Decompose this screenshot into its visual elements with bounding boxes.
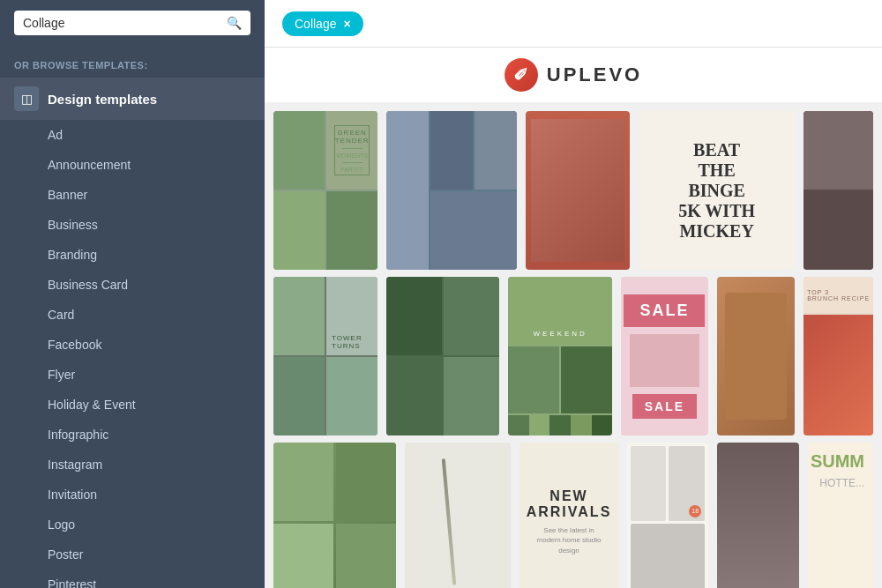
template-row-1: GREENTENDERMOMENTSPARTITI — [273, 111, 873, 270]
template-card[interactable]: TOWERTURNS — [273, 277, 377, 435]
sidebar-nav-item[interactable]: Invitation — [0, 480, 265, 510]
filter-close-icon[interactable]: × — [343, 17, 350, 31]
design-templates-icon: ◫ — [14, 86, 39, 111]
template-card[interactable]: BEATTHEBINGE5K WITHMICKEY — [639, 111, 795, 270]
brand-bar: ✐ UPLEVO — [265, 48, 882, 102]
design-templates-label: Design templates — [48, 92, 157, 107]
template-card[interactable]: WEEKEND — [508, 277, 612, 435]
template-card[interactable] — [273, 443, 396, 588]
sidebar: Collage 🔍 OR BROWSE TEMPLATES: ◫ Design … — [0, 0, 265, 588]
sidebar-nav-item[interactable]: Instagram — [0, 450, 265, 480]
search-area: Collage 🔍 — [0, 0, 265, 46]
sidebar-nav-item[interactable]: Facebook — [0, 330, 265, 360]
template-card[interactable] — [526, 111, 630, 270]
sidebar-nav-item[interactable]: Holiday & Event — [0, 390, 265, 420]
template-card[interactable]: NEWARRIVALS See the latest inmodern home… — [519, 443, 617, 588]
template-card[interactable] — [804, 111, 873, 270]
sidebar-nav-item[interactable]: Business Card — [0, 270, 265, 300]
header: Collage × — [265, 0, 882, 48]
sidebar-nav-item[interactable]: Banner — [0, 180, 265, 210]
sidebar-nav-item[interactable]: Business — [0, 210, 265, 240]
content-area: ✐ UPLEVO GREENTENDERMOMENTSPARTITI — [265, 48, 882, 588]
sidebar-nav-item[interactable]: Card — [0, 300, 265, 330]
browse-label: OR BROWSE TEMPLATES: — [0, 46, 265, 78]
sidebar-nav-item[interactable]: Flyer — [0, 360, 265, 390]
template-card[interactable] — [717, 277, 796, 435]
sidebar-nav-item[interactable]: Branding — [0, 240, 265, 270]
template-card[interactable]: TOP 3BRUNCH RECIPE — [804, 277, 873, 435]
template-row-2: TOWERTURNS — [273, 277, 873, 435]
nav-list: AdAnnouncementBannerBusinessBrandingBusi… — [0, 120, 265, 588]
template-card[interactable]: SALE SALE — [621, 277, 707, 435]
sidebar-nav-item[interactable]: Announcement — [0, 150, 265, 180]
template-card[interactable]: 18 — [627, 443, 709, 588]
template-card[interactable] — [405, 443, 511, 588]
sidebar-nav-item[interactable]: Poster — [0, 540, 265, 569]
search-input[interactable]: Collage — [23, 16, 220, 30]
brand-logo: ✐ — [505, 58, 538, 92]
template-card[interactable]: GREENTENDERMOMENTSPARTITI — [273, 111, 377, 270]
sidebar-nav-item[interactable]: Logo — [0, 510, 265, 540]
brand-name: UPLEVO — [547, 63, 642, 86]
template-card[interactable] — [386, 277, 499, 435]
design-templates-item[interactable]: ◫ Design templates — [0, 78, 265, 120]
search-icon[interactable]: 🔍 — [227, 16, 242, 30]
active-filter-tag[interactable]: Collage × — [282, 11, 363, 36]
sidebar-nav-item[interactable]: Ad — [0, 120, 265, 150]
search-box: Collage 🔍 — [14, 11, 250, 35]
main: Collage × ✐ UPLEVO GREENTENDERMOMENTSPAR… — [265, 0, 882, 588]
template-card[interactable] — [386, 111, 517, 270]
sidebar-nav-item[interactable]: Infographic — [0, 420, 265, 450]
template-card[interactable]: SUMMhotte... — [808, 443, 873, 588]
sidebar-nav-item[interactable]: Pinterest — [0, 569, 265, 588]
template-row-3: NEWARRIVALS See the latest inmodern home… — [273, 443, 873, 588]
filter-label: Collage — [295, 17, 336, 31]
template-card[interactable] — [717, 443, 799, 588]
templates-grid: GREENTENDERMOMENTSPARTITI — [265, 102, 882, 588]
